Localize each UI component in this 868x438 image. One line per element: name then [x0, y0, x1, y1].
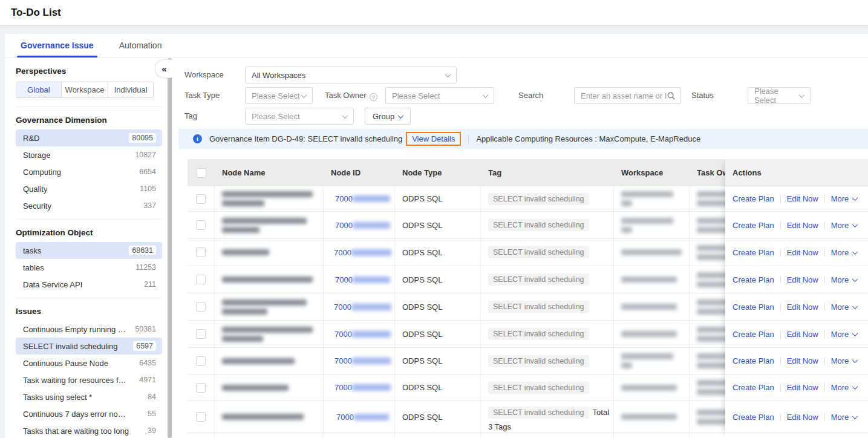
action-more-link[interactable]: More	[831, 221, 858, 230]
row-checkbox-cell	[188, 293, 215, 320]
action-create-plan-link[interactable]: Create Plan	[733, 248, 774, 257]
row-checkbox[interactable]	[196, 194, 206, 204]
action-more-link[interactable]: More	[831, 413, 858, 422]
empty-cell	[614, 433, 690, 438]
tag-chip: SELECT invalid scheduling	[488, 328, 589, 340]
perspective-segmented-control: Global Workspace Individual	[16, 82, 154, 98]
action-more-link[interactable]: More	[831, 194, 858, 203]
action-separator	[780, 249, 781, 257]
action-edit-now-link[interactable]: Edit Now	[787, 302, 818, 312]
sidebar-item[interactable]: Storage10827	[16, 146, 162, 163]
sidebar-item[interactable]: Security337	[16, 197, 162, 214]
group-button[interactable]: Group	[365, 108, 411, 125]
action-create-plan-link[interactable]: Create Plan	[733, 194, 774, 203]
node-id-link[interactable]: 7000	[334, 383, 352, 392]
action-create-plan-link[interactable]: Create Plan	[733, 275, 774, 284]
action-create-plan-link[interactable]: Create Plan	[733, 302, 774, 312]
sidebar-item[interactable]: Computing6654	[16, 163, 162, 180]
node-id-link[interactable]: 7000	[335, 221, 353, 230]
sidebar-item[interactable]: Quality1105	[16, 180, 162, 197]
action-more-link[interactable]: More	[831, 302, 858, 312]
action-more-link[interactable]: More	[831, 248, 858, 257]
action-create-plan-link[interactable]: Create Plan	[733, 221, 774, 230]
sidebar-item[interactable]: Tasks using select *84	[16, 388, 162, 405]
action-edit-now-link[interactable]: Edit Now	[787, 383, 818, 392]
action-edit-now-link[interactable]: Edit Now	[787, 330, 818, 339]
node-id-link[interactable]: 7000	[334, 302, 351, 312]
node-id-link[interactable]: 7000	[334, 330, 352, 339]
status-select-value: Please Select	[754, 87, 800, 105]
action-create-plan-link[interactable]: Create Plan	[733, 330, 774, 339]
tab-automation[interactable]: Automation	[119, 34, 162, 57]
redacted-text	[621, 304, 677, 310]
perspective-option-workspace[interactable]: Workspace	[62, 82, 109, 97]
tag-select[interactable]: Please Select	[245, 108, 354, 125]
sidebar-item[interactable]: tasks68631	[16, 242, 162, 259]
node-id-cell: 7000	[324, 293, 395, 320]
perspective-option-individual[interactable]: Individual	[108, 82, 153, 97]
row-checkbox[interactable]	[196, 220, 206, 230]
select-all-checkbox[interactable]	[197, 168, 206, 178]
action-create-plan-link[interactable]: Create Plan	[733, 413, 774, 422]
search-filter-label: Search	[518, 87, 543, 104]
action-create-plan-link[interactable]: Create Plan	[733, 383, 774, 392]
row-checkbox[interactable]	[196, 383, 206, 393]
redacted-text	[222, 276, 313, 283]
chevron-down-icon	[852, 303, 858, 309]
sidebar-item[interactable]: Task waiting for resources for to...4971	[16, 371, 162, 388]
chevron-down-icon	[852, 330, 858, 336]
actions-row: Create PlanEdit NowMore	[725, 186, 868, 212]
action-edit-now-link[interactable]: Edit Now	[787, 275, 818, 284]
action-edit-now-link[interactable]: Edit Now	[787, 413, 818, 422]
sidebar-item[interactable]: R&D80095	[16, 129, 162, 146]
info-banner: i Governance Item DG-D-49: SELECT invali…	[178, 129, 868, 149]
search-input[interactable]	[581, 91, 667, 100]
row-checkbox-cell	[188, 374, 215, 400]
view-details-link[interactable]: View Details	[412, 134, 455, 143]
sidebar-item[interactable]: Continuous 7 days error nodes55	[16, 405, 162, 422]
node-id-link[interactable]: 7000	[334, 356, 352, 365]
action-edit-now-link[interactable]: Edit Now	[787, 248, 818, 257]
action-more-link[interactable]: More	[831, 275, 858, 284]
sidebar-item[interactable]: Continuous Empty running nod...50381	[16, 321, 162, 338]
action-more-link[interactable]: More	[831, 356, 858, 365]
redacted-text	[222, 309, 267, 315]
action-edit-now-link[interactable]: Edit Now	[787, 221, 818, 230]
node-type-cell: ODPS SQL	[395, 321, 481, 347]
action-more-link[interactable]: More	[831, 330, 858, 339]
task-owner-select[interactable]: Please Select	[385, 87, 494, 104]
row-checkbox[interactable]	[196, 247, 206, 257]
redacted-text	[621, 331, 677, 337]
node-id-link[interactable]: 7000	[335, 275, 353, 284]
sidebar-scrollbar[interactable]	[167, 58, 172, 438]
action-more-link[interactable]: More	[831, 383, 858, 392]
workspace-select[interactable]: All Workspaces	[245, 67, 457, 83]
node-id-link[interactable]: 7000	[336, 413, 354, 422]
search-icon[interactable]	[667, 91, 676, 100]
sidebar-collapse-button[interactable]: «	[155, 59, 173, 78]
sidebar-item[interactable]: SELECT invalid scheduling6597	[16, 338, 162, 355]
sidebar-item[interactable]: Data Service API211	[16, 276, 162, 293]
help-icon[interactable]: ?	[370, 93, 377, 101]
task-type-select-value: Please Select	[252, 91, 300, 100]
node-id-link[interactable]: 7000	[335, 194, 353, 203]
task-type-select[interactable]: Please Select	[245, 87, 313, 104]
row-checkbox[interactable]	[196, 412, 206, 422]
tag-cell: SELECT invalid scheduling	[481, 239, 614, 266]
action-edit-now-link[interactable]: Edit Now	[787, 194, 818, 203]
row-checkbox[interactable]	[196, 302, 206, 312]
action-create-plan-link[interactable]: Create Plan	[733, 356, 774, 365]
row-checkbox[interactable]	[196, 356, 206, 366]
tab-governance-issue[interactable]: Governance Issue	[21, 34, 94, 57]
node-id-cell: 7000	[324, 321, 395, 347]
sidebar-item[interactable]: tables11253	[16, 259, 162, 276]
sidebar-item[interactable]: Tasks that are waiting too long39	[16, 422, 162, 438]
sidebar-item[interactable]: Continuous Pause Node6435	[16, 355, 162, 371]
row-checkbox[interactable]	[196, 275, 206, 284]
perspective-option-global[interactable]: Global	[16, 82, 62, 97]
action-edit-now-link[interactable]: Edit Now	[787, 356, 818, 365]
scrollbar-thumb[interactable]	[168, 58, 172, 438]
row-checkbox[interactable]	[196, 329, 206, 339]
status-select[interactable]: Please Select	[748, 87, 811, 104]
node-id-link[interactable]: 7000	[334, 248, 351, 257]
